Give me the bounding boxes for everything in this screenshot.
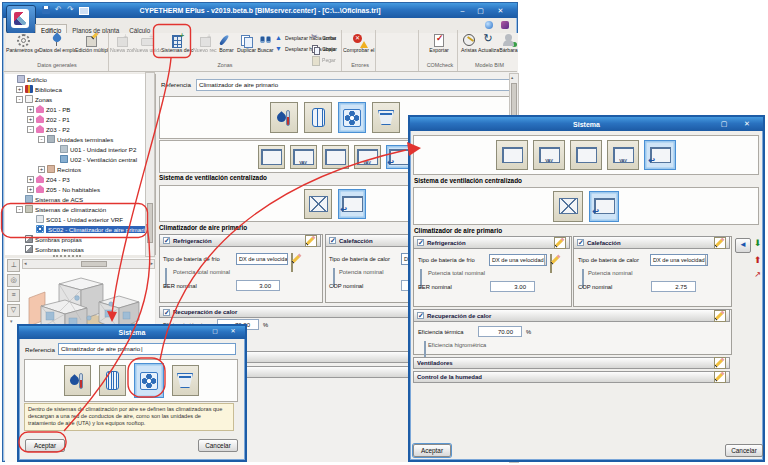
referencia-input[interactable]: Climatizador de aire primario bbox=[196, 79, 510, 91]
air-system-vav-button[interactable] bbox=[290, 145, 317, 169]
dlg-air-system-multi-button[interactable] bbox=[570, 140, 602, 170]
system-type-radiator-button[interactable] bbox=[304, 102, 332, 133]
vent-duct-button[interactable] bbox=[553, 191, 583, 222]
eficiencia-input[interactable]: 70.00 bbox=[478, 326, 522, 337]
ribbon-copiar[interactable]: Copiar bbox=[311, 44, 341, 55]
tree-item-u02[interactable]: U02 - Ventilación central bbox=[5, 154, 155, 164]
tree-item-z02[interactable]: + Z02 - P1 bbox=[5, 114, 155, 124]
air-system-multivav-button[interactable] bbox=[354, 145, 381, 169]
tipo-frio-select[interactable]: DX de una velocidad▼ bbox=[236, 253, 288, 265]
recuperacion-checkbox[interactable] bbox=[163, 309, 170, 316]
system-type-radiator-button[interactable] bbox=[99, 365, 126, 396]
tree-item-sistemas-acs[interactable]: Sistemas de ACS bbox=[5, 194, 155, 204]
share-icon[interactable]: ↗ bbox=[751, 269, 764, 281]
dlg-air-system-vav-button[interactable] bbox=[533, 140, 565, 170]
dialog-close-button[interactable]: ✕ bbox=[226, 327, 240, 337]
control-humedad-bar[interactable]: Control de la humedad bbox=[413, 371, 730, 383]
tree-item-sombras-propias[interactable]: Sombras propias bbox=[5, 234, 155, 244]
expand-toggle-icon[interactable]: + bbox=[16, 86, 23, 93]
ribbon-desplazar-abajo[interactable]: Desplazar hacia abajo bbox=[274, 44, 310, 55]
tree-item-z03[interactable]: - Z03 - P2 bbox=[5, 124, 155, 134]
calefaccion-checkbox[interactable] bbox=[577, 239, 584, 246]
minimize-button[interactable]: – bbox=[455, 6, 470, 16]
air-system-multi-button[interactable] bbox=[322, 145, 349, 169]
edit-icon[interactable] bbox=[291, 253, 293, 272]
tree-item-z04[interactable]: + Z04 - P3 bbox=[5, 174, 155, 184]
tree-item-unidades-terminales[interactable]: - Unidades terminales bbox=[5, 134, 155, 144]
calefaccion-checkbox[interactable] bbox=[329, 237, 336, 244]
tree-item-recintos[interactable]: + Recintos bbox=[5, 164, 155, 174]
tree-item-sistemas-climatizacion[interactable]: - Sistemas de climatización bbox=[5, 204, 155, 214]
system-type-rooftop-button[interactable] bbox=[372, 102, 400, 133]
system-type-water-button[interactable] bbox=[270, 102, 298, 133]
expand-toggle-icon[interactable]: + bbox=[27, 106, 34, 113]
vent-return-button[interactable] bbox=[338, 189, 366, 219]
system-type-water-button[interactable] bbox=[64, 365, 91, 396]
tree-item-edificio[interactable]: Edificio bbox=[5, 74, 155, 84]
tree-item-zonas[interactable]: - Zonas bbox=[5, 94, 155, 104]
edit-icon[interactable] bbox=[305, 235, 317, 247]
undo-icon[interactable] bbox=[55, 6, 64, 15]
edit-icon[interactable] bbox=[714, 357, 726, 369]
vent-return-button[interactable] bbox=[589, 191, 619, 222]
system-type-air-button[interactable] bbox=[338, 102, 366, 133]
tipo-calor-select[interactable]: DX de una velocidad▼ bbox=[650, 254, 708, 266]
referencia-input[interactable]: Climatizador de aire primario| bbox=[58, 343, 236, 355]
maximize-button[interactable]: ▢ bbox=[473, 6, 488, 16]
cancelar-button[interactable]: Cancelar bbox=[725, 444, 763, 457]
redo-icon[interactable] bbox=[67, 6, 76, 15]
expand-toggle-icon[interactable]: + bbox=[27, 116, 34, 123]
recuperacion-checkbox[interactable] bbox=[417, 312, 424, 319]
more-tools-icon[interactable]: ▾ bbox=[10, 318, 13, 324]
tree-item-sombras-remotas[interactable]: Sombras remotas bbox=[5, 244, 155, 254]
dialog-maximize-button[interactable]: ▢ bbox=[717, 119, 731, 129]
tree-item-z05[interactable]: + Z05 - No habitables bbox=[5, 184, 155, 194]
aceptar-button[interactable]: Aceptar bbox=[413, 444, 451, 457]
addons-icon[interactable] bbox=[501, 21, 511, 30]
tree-item-u01[interactable]: U01 - Unidad interior P2 bbox=[5, 144, 155, 154]
refrigeracion-checkbox[interactable] bbox=[163, 237, 170, 244]
eer-input[interactable]: 3.00 bbox=[490, 281, 535, 292]
expand-toggle-icon[interactable]: + bbox=[38, 166, 45, 173]
ribbon-cortar[interactable]: Cortar bbox=[311, 33, 341, 44]
edit-icon[interactable] bbox=[714, 237, 726, 249]
edit-icon[interactable] bbox=[714, 371, 726, 383]
eer-input[interactable]: 3.00 bbox=[236, 280, 280, 291]
ventiladores-bar[interactable]: Ventiladores bbox=[413, 357, 730, 369]
system-type-rooftop-button[interactable] bbox=[172, 365, 199, 396]
expand-toggle-icon[interactable]: + bbox=[27, 186, 34, 193]
close-button[interactable]: ✕ bbox=[492, 6, 509, 16]
expand-toggle-icon[interactable]: - bbox=[27, 126, 34, 133]
tree-item-biblioteca[interactable]: + Biblioteca bbox=[5, 84, 155, 94]
expand-toggle-icon[interactable]: - bbox=[16, 96, 23, 103]
dlg-air-system-multivav-button[interactable] bbox=[607, 140, 639, 170]
assign-left-arrow-button[interactable]: ◄ bbox=[735, 238, 751, 253]
capture-icon[interactable] bbox=[79, 6, 88, 15]
dlg-air-system-1-button[interactable] bbox=[496, 140, 528, 170]
import-icon[interactable]: ⬇ bbox=[751, 237, 764, 249]
system-type-air-button[interactable] bbox=[134, 363, 164, 398]
ribbon-desplazar-arriba[interactable]: Desplazar hacia arriba bbox=[274, 33, 310, 44]
expand-toggle-icon[interactable]: - bbox=[38, 136, 45, 143]
tipo-frio-select[interactable]: DX de una velocidad▼ bbox=[489, 254, 547, 266]
expand-toggle-icon[interactable]: - bbox=[16, 206, 23, 213]
refrigeracion-checkbox[interactable] bbox=[417, 239, 424, 246]
bimserver-sync-icon[interactable] bbox=[485, 21, 495, 30]
tree-item-sc01[interactable]: SC01 - Unidad exterior VRF bbox=[5, 214, 155, 224]
cop-input[interactable]: 2.75 bbox=[651, 281, 696, 292]
air-system-1-button[interactable] bbox=[258, 145, 285, 169]
app-logo-button[interactable] bbox=[6, 5, 36, 34]
dialog-close-button[interactable]: ✕ bbox=[739, 119, 755, 129]
expand-toggle-icon[interactable]: + bbox=[27, 176, 34, 183]
save-icon[interactable] bbox=[42, 6, 51, 15]
edit-icon[interactable] bbox=[554, 237, 566, 249]
dialog-maximize-button[interactable]: ▢ bbox=[209, 327, 221, 337]
cancelar-button[interactable]: Cancelar bbox=[198, 439, 238, 452]
tree-item-sc02[interactable]: SC02 - Climatizador de aire primario bbox=[5, 224, 155, 234]
vent-duct-button[interactable] bbox=[304, 189, 332, 219]
tree-item-z01[interactable]: + Z01 - PB bbox=[5, 104, 155, 114]
edit-icon[interactable] bbox=[714, 310, 726, 322]
dlg-air-system-primary-button[interactable] bbox=[644, 140, 676, 170]
tree-scrollbar[interactable] bbox=[145, 72, 155, 257]
aceptar-button[interactable]: Aceptar bbox=[25, 439, 65, 452]
